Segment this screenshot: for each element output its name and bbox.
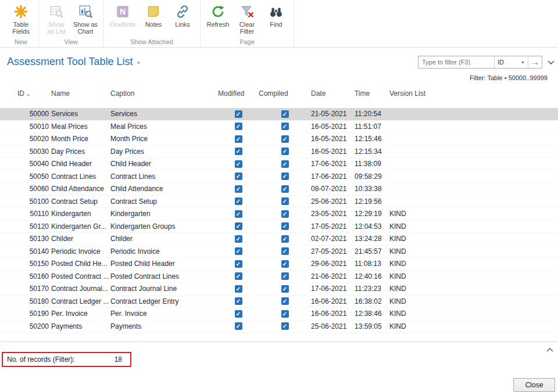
table-row[interactable]: 50040 Child Header Child Header 17-06-20…: [0, 158, 558, 171]
modified-checkbox: [235, 210, 242, 218]
collapse-pane-button[interactable]: [546, 344, 553, 354]
cell-time: 11:08:13: [355, 260, 389, 268]
table-row[interactable]: 50170 Contract Journal... Contract Journ…: [0, 283, 558, 296]
clear-filter-label: Clear Filter: [239, 21, 255, 35]
col-header-id[interactable]: ID ▲: [17, 89, 51, 98]
cell-time: 16:38:02: [355, 297, 389, 305]
cell-caption: Kindergarten: [110, 210, 218, 218]
table-row[interactable]: 50190 Per. Invoice Per. Invoice 16-06-20…: [0, 308, 558, 321]
compiled-checkbox: [281, 322, 289, 330]
cell-compiled: [259, 185, 311, 193]
cell-date: 16-05-2021: [311, 123, 355, 131]
show-as-chart-button[interactable]: Show as Chart: [71, 2, 99, 36]
filter-column-select[interactable]: ID ▼: [494, 56, 528, 68]
cell-modified: [218, 247, 259, 255]
records-count-box: No. of records (Filter): 18: [2, 352, 131, 367]
cell-name: Contract Journal...: [51, 285, 110, 293]
cell-modified: [218, 148, 259, 155]
close-button[interactable]: Close: [513, 378, 555, 392]
table-fields-button[interactable]: Table Fields: [7, 2, 35, 36]
table-row[interactable]: 50060 Child Attendance Child Attendance …: [0, 183, 558, 196]
refresh-icon: [209, 3, 227, 20]
table-row[interactable]: 50160 Posted Contract ... Posted Contrac…: [0, 271, 558, 283]
table-row[interactable]: 50050 Contract Lines Contract Lines 17-0…: [0, 171, 558, 184]
table-row[interactable]: 50130 Childer Childer 02-07-2021 13:24:2…: [0, 233, 558, 246]
refresh-button[interactable]: Refresh: [204, 2, 232, 29]
expand-filter-pane-button[interactable]: [548, 60, 556, 64]
col-header-caption[interactable]: Caption: [110, 89, 218, 98]
onenote-label: OneNote: [110, 21, 135, 28]
modified-checkbox: [235, 185, 242, 193]
table-row[interactable]: 50140 Periodic Invoice Periodic Invoice …: [0, 246, 558, 258]
cell-compiled: [259, 197, 311, 205]
modified-checkbox: [235, 148, 242, 155]
col-header-modified[interactable]: Modified: [218, 89, 259, 98]
cell-id: 50030: [17, 148, 51, 156]
cell-time: 11:23:23: [355, 285, 389, 293]
compiled-checkbox: [281, 235, 289, 243]
notes-button[interactable]: Notes: [140, 2, 167, 29]
group-label-new: New: [7, 38, 35, 47]
cell-date: 17-05-2021: [311, 222, 355, 231]
compiled-checkbox: [281, 247, 289, 255]
cell-date: 16-06-2021: [311, 297, 355, 305]
cell-version-list: KIND: [389, 322, 558, 330]
page-title-menu[interactable]: Assessment Tool Table List ▼: [7, 56, 141, 68]
col-header-name[interactable]: Name: [51, 89, 110, 98]
cell-caption: Contract Setup: [110, 197, 218, 206]
table-row[interactable]: 50180 Contract Ledger ... Contract Ledge…: [0, 296, 558, 308]
cell-name: Periodic Invoice: [51, 247, 110, 256]
cell-modified: [218, 297, 259, 305]
table-header: ID ▲ Name Caption Modified Compiled Date…: [0, 87, 558, 100]
modified-checkbox: [235, 272, 242, 280]
cell-modified: [218, 135, 259, 143]
table-fields-label: Table Fields: [12, 21, 29, 35]
compiled-checkbox: [281, 297, 289, 305]
cell-date: 16-05-2021: [311, 135, 355, 143]
cell-name: Contract Setup: [51, 197, 110, 206]
cell-time: 12:38:46: [355, 310, 389, 318]
cell-modified: [218, 197, 259, 205]
table-row[interactable]: 50120 Kindergarten Gr... Kindergarten Gr…: [0, 221, 558, 233]
chevron-up-icon: [546, 348, 553, 352]
find-label: Find: [270, 21, 282, 28]
compiled-checkbox: [281, 260, 289, 268]
compiled-checkbox: [281, 123, 289, 130]
modified-checkbox: [235, 322, 242, 330]
cell-version-list: KIND: [389, 247, 558, 256]
cell-time: 09:58:29: [355, 172, 389, 181]
cell-caption: Month Price: [110, 135, 218, 143]
table-row[interactable]: 50020 Month Price Month Price 16-05-2021…: [0, 133, 558, 146]
table-row[interactable]: 50110 Kindergarten Kindergarten 23-05-20…: [0, 208, 558, 221]
modified-checkbox: [235, 160, 242, 168]
table-row[interactable]: 50200 Payments Payments 25-06-2021 13:59…: [0, 321, 558, 333]
modified-checkbox: [235, 285, 242, 293]
cell-compiled: [259, 310, 311, 318]
col-header-compiled[interactable]: Compiled: [259, 89, 311, 98]
find-button[interactable]: Find: [262, 2, 290, 29]
modified-checkbox: [235, 135, 242, 143]
cell-version-list: KIND: [389, 310, 558, 318]
filter-input[interactable]: [419, 59, 494, 66]
table-row[interactable]: 50000 Services Services 21-05-2021 11:20…: [0, 108, 558, 121]
cell-name: Childer: [51, 235, 110, 243]
clear-filter-button[interactable]: Clear Filter: [233, 2, 261, 36]
clear-filter-icon: [238, 3, 256, 20]
compiled-checkbox: [281, 210, 289, 218]
col-header-date[interactable]: Date: [311, 89, 355, 98]
cell-date: 16-05-2021: [311, 148, 355, 156]
cell-time: 12:29:19: [355, 210, 389, 218]
apply-filter-button[interactable]: →: [528, 56, 542, 68]
col-header-version-list[interactable]: Version List: [389, 89, 558, 98]
table-row[interactable]: 50030 Day Prices Day Prices 16-05-2021 1…: [0, 146, 558, 159]
table-row[interactable]: 50010 Meal Prices Meal Prices 16-05-2021…: [0, 121, 558, 134]
cell-modified: [218, 110, 259, 118]
links-button[interactable]: Links: [169, 2, 196, 29]
table-row[interactable]: 50150 Posted Child He... Posted Child He…: [0, 258, 558, 271]
ribbon-group-show-attached: N OneNote Notes: [103, 0, 201, 47]
col-header-time[interactable]: Time: [355, 89, 389, 98]
cell-date: 08-07-2021: [311, 185, 355, 193]
cell-compiled: [259, 247, 311, 255]
table-fields-icon: [12, 3, 30, 20]
table-row[interactable]: 50100 Contract Setup Contract Setup 25-0…: [0, 196, 558, 208]
